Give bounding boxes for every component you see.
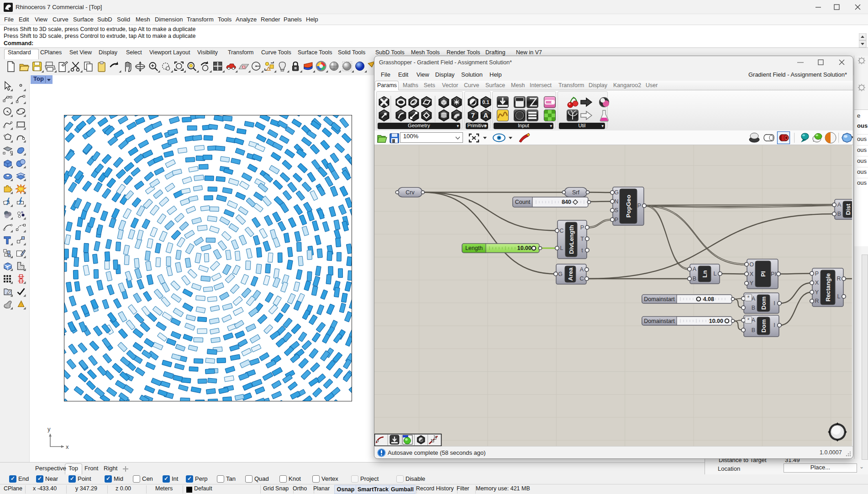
svg-text:10.00: 10.00	[517, 245, 531, 251]
svg-text:Srf: Srf	[572, 189, 580, 196]
svg-text:I: I	[773, 300, 775, 307]
svg-text:P: P	[580, 224, 584, 231]
svg-text:C: C	[579, 276, 584, 282]
svg-text:R: R	[836, 276, 841, 282]
svg-text:Y: Y	[750, 280, 754, 286]
svg-text:A: A	[837, 202, 842, 208]
svg-text:N: N	[614, 198, 618, 205]
svg-text:*: *	[747, 317, 749, 323]
svg-text:x: x	[66, 443, 69, 450]
svg-text:PI: PI	[771, 271, 776, 277]
svg-text:G: G	[558, 271, 563, 277]
svg-text:L: L	[837, 293, 841, 300]
svg-text:Dom: Dom	[760, 319, 767, 333]
svg-text:A: A	[752, 317, 756, 323]
svg-text:Area: Area	[567, 267, 574, 281]
svg-text:B: B	[693, 276, 696, 282]
svg-text:840: 840	[562, 199, 571, 205]
svg-text:A: A	[484, 111, 489, 119]
svg-text:L: L	[560, 245, 563, 251]
svg-text:P: P	[637, 203, 641, 209]
svg-text:DivLength: DivLength	[568, 225, 575, 254]
svg-text:X: X	[815, 280, 819, 286]
svg-text:L: L	[714, 270, 717, 277]
svg-text:Length: Length	[465, 245, 483, 251]
svg-text:Domainstart: Domainstart	[644, 296, 675, 302]
svg-text:Dist: Dist	[845, 203, 852, 215]
svg-text:t: t	[581, 247, 583, 254]
svg-text:G: G	[614, 189, 619, 196]
svg-text:X: X	[750, 271, 754, 277]
svg-text:Ln: Ln	[701, 270, 708, 278]
svg-text:*: *	[747, 294, 749, 301]
svg-text:B: B	[752, 305, 755, 311]
svg-text:A: A	[752, 296, 756, 302]
svg-text:O: O	[749, 261, 754, 268]
svg-text:Rectangle: Rectangle	[825, 273, 831, 302]
svg-text:A: A	[693, 266, 697, 272]
svg-text:P: P	[615, 217, 618, 223]
svg-text:10.00: 10.00	[709, 318, 723, 324]
svg-text:Dom: Dom	[760, 296, 767, 310]
svg-text:B: B	[752, 327, 755, 333]
svg-text:A: A	[580, 266, 584, 273]
svg-text:PI: PI	[760, 271, 767, 276]
svg-text:4.08: 4.08	[703, 296, 714, 302]
svg-text:0.1: 0.1	[482, 99, 489, 105]
svg-text:PopGeo: PopGeo	[625, 195, 632, 218]
svg-text:C: C	[559, 228, 563, 234]
svg-text:Count: Count	[515, 199, 531, 205]
svg-text:Y: Y	[815, 289, 819, 296]
svg-text:Domainstart: Domainstart	[644, 318, 675, 324]
svg-text:P: P	[815, 270, 819, 277]
svg-text:I: I	[773, 322, 775, 328]
svg-text:7: 7	[471, 111, 475, 119]
svg-text:R: R	[815, 298, 819, 304]
svg-text:y: y	[47, 426, 51, 432]
svg-text:B: B	[837, 211, 841, 217]
svg-text:Crv: Crv	[405, 189, 415, 196]
svg-text:S: S	[615, 207, 618, 213]
svg-text:T: T	[580, 236, 584, 242]
